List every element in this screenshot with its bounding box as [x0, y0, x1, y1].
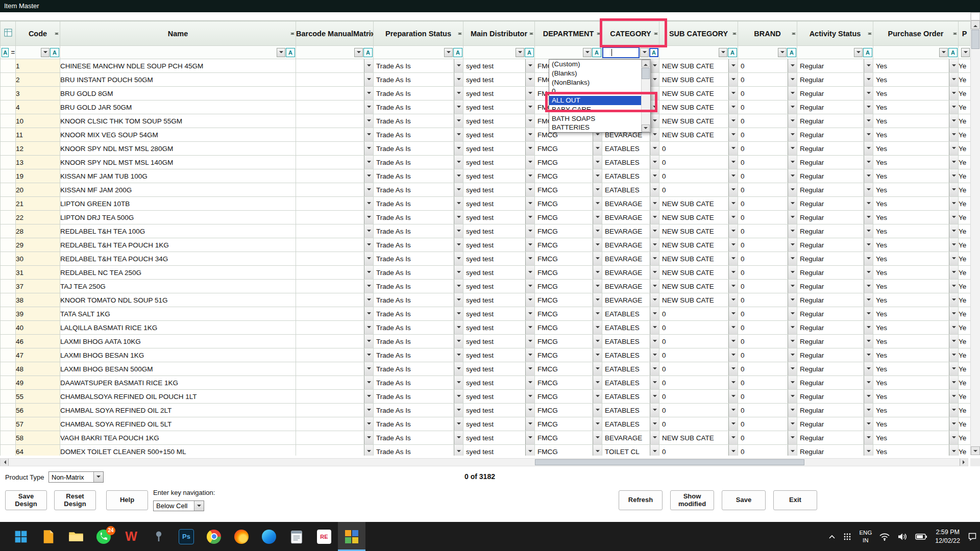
cell-dropdown-arrow[interactable] [364, 280, 373, 293]
w-app-button[interactable]: W [117, 522, 145, 551]
cell-preparation-status[interactable]: Trade As Is [374, 101, 463, 114]
cell-dropdown-arrow[interactable] [525, 348, 534, 362]
cell-name[interactable]: VAGH BAKRI TEA POUCH 1KG [60, 431, 296, 445]
cell-brand[interactable]: 0 [738, 445, 797, 456]
cell-sub-category[interactable]: 0 [659, 417, 738, 431]
category-filter-icon[interactable]: A [649, 48, 658, 57]
cell-dropdown-arrow[interactable] [525, 224, 534, 238]
cell-dropdown-arrow[interactable] [788, 390, 797, 403]
cell-department[interactable]: FMCG [535, 142, 602, 156]
cell-main-distributor[interactable]: syed test [463, 156, 535, 169]
cell-dropdown-arrow[interactable] [525, 335, 534, 348]
speaker-icon[interactable] [897, 533, 908, 541]
cell-dropdown-arrow[interactable] [728, 307, 738, 320]
row-selector[interactable] [1, 307, 16, 321]
cell-dropdown-arrow[interactable] [525, 404, 534, 417]
cell-dropdown-arrow[interactable] [593, 307, 602, 320]
cell-main-distributor[interactable]: syed test [463, 169, 535, 183]
cell-activity-status[interactable]: Regular [797, 293, 873, 307]
cell-brand[interactable]: 0 [738, 321, 797, 335]
cell-purchase-order[interactable]: Yes [873, 252, 959, 266]
cell-dropdown-arrow[interactable] [949, 73, 958, 86]
col-header-preparation-status[interactable]: Preparation Status [374, 21, 463, 46]
cell-name[interactable]: TAJ TEA 250G [60, 280, 296, 293]
cell-purchase-order[interactable]: Yes [873, 307, 959, 321]
cell-activity-status[interactable]: Regular [797, 335, 873, 348]
cell-code[interactable]: 13 [16, 156, 60, 169]
cell-brand[interactable]: 0 [738, 142, 797, 156]
cell-dropdown-arrow[interactable] [593, 142, 602, 155]
cell-brand[interactable]: 0 [738, 376, 797, 390]
cell-department[interactable]: FMCG [535, 376, 602, 390]
cell-name[interactable]: LIPTON GREEN 10TB [60, 197, 296, 211]
filter-dropdown-arrow[interactable] [961, 48, 970, 57]
cell-dropdown-arrow[interactable] [728, 252, 738, 265]
cell-department[interactable]: FMCG [535, 280, 602, 293]
horizontal-scrollbar[interactable] [0, 458, 968, 466]
table-row[interactable]: 64 DOMEX TOILET CLEANER 500+150 ML Trade… [1, 445, 971, 456]
cell-dropdown-arrow[interactable] [949, 280, 958, 293]
row-selector[interactable] [1, 59, 16, 73]
row-selector[interactable] [1, 362, 16, 376]
cell-p[interactable]: Ye [959, 156, 971, 169]
cell-dropdown-arrow[interactable] [788, 142, 797, 155]
cell-name[interactable]: TATA SALT 1KG [60, 307, 296, 321]
cell-dropdown-arrow[interactable] [364, 335, 373, 348]
row-selector[interactable] [1, 73, 16, 87]
cell-category[interactable]: EATABLES [602, 142, 659, 156]
cell-dropdown-arrow[interactable] [454, 73, 463, 86]
cell-department[interactable]: FMCG [535, 321, 602, 335]
cell-p[interactable]: Ye [959, 445, 971, 456]
cell-dropdown-arrow[interactable] [593, 169, 602, 183]
cell-code[interactable]: 11 [16, 128, 60, 142]
cell-purchase-order[interactable]: Yes [873, 404, 959, 417]
cell-dropdown-arrow[interactable] [949, 417, 958, 431]
cell-dropdown-arrow[interactable] [650, 87, 659, 100]
cell-dropdown-arrow[interactable] [454, 266, 463, 279]
scroll-right-button[interactable] [960, 459, 968, 466]
cell-dropdown-arrow[interactable] [364, 431, 373, 444]
cell-activity-status[interactable]: Regular [797, 128, 873, 142]
cell-dropdown-arrow[interactable] [364, 87, 373, 100]
cell-name[interactable]: REDLABEL T&H TEA 100G [60, 224, 296, 238]
row-selector[interactable] [1, 169, 16, 183]
cell-p[interactable]: Ye [959, 238, 971, 252]
cell-barcode[interactable] [296, 417, 374, 431]
cell-department[interactable]: FMCG [535, 417, 602, 431]
cell-department[interactable]: FMCG [535, 252, 602, 266]
cell-dropdown-arrow[interactable] [650, 417, 659, 431]
refresh-button[interactable]: Refresh [619, 490, 663, 510]
cell-brand[interactable]: 0 [738, 307, 797, 321]
cell-dropdown-arrow[interactable] [728, 431, 738, 444]
cell-code[interactable]: 58 [16, 431, 60, 445]
cell-dropdown-arrow[interactable] [788, 211, 797, 224]
table-row[interactable]: 47 LAXMI BHOG BESAN 1KG Trade As Is syed… [1, 348, 971, 362]
cell-code[interactable]: 30 [16, 252, 60, 266]
cell-department[interactable]: FMCG [535, 335, 602, 348]
cell-barcode[interactable] [296, 156, 374, 169]
cell-purchase-order[interactable]: Yes [873, 431, 959, 445]
cell-sub-category[interactable]: 0 [659, 390, 738, 404]
cell-code[interactable]: 47 [16, 348, 60, 362]
cell-dropdown-arrow[interactable] [525, 87, 534, 100]
filter-dropdown-arrow[interactable] [583, 48, 592, 57]
filter-dropdown-arrow[interactable] [719, 48, 727, 57]
cell-name[interactable]: LAXMI BHOG AATA 10KG [60, 335, 296, 348]
cell-main-distributor[interactable]: syed test [463, 142, 535, 156]
cell-dropdown-arrow[interactable] [864, 87, 873, 100]
cell-brand[interactable]: 0 [738, 335, 797, 348]
cell-barcode[interactable] [296, 183, 374, 197]
cell-activity-status[interactable]: Regular [797, 321, 873, 335]
cell-main-distributor[interactable]: syed test [463, 252, 535, 266]
cell-dropdown-arrow[interactable] [728, 114, 738, 128]
cell-code[interactable]: 56 [16, 404, 60, 417]
table-row[interactable]: 39 TATA SALT 1KG Trade As Is syed test F… [1, 307, 971, 321]
cell-main-distributor[interactable]: syed test [463, 390, 535, 404]
cell-code[interactable]: 55 [16, 390, 60, 404]
cell-brand[interactable]: 0 [738, 417, 797, 431]
cell-department[interactable]: FMCG [535, 362, 602, 376]
cell-department[interactable]: FMCG [535, 238, 602, 252]
cell-sub-category[interactable]: NEW SUB CATE [659, 252, 738, 266]
cell-brand[interactable]: 0 [738, 280, 797, 293]
cell-purchase-order[interactable]: Yes [873, 73, 959, 87]
